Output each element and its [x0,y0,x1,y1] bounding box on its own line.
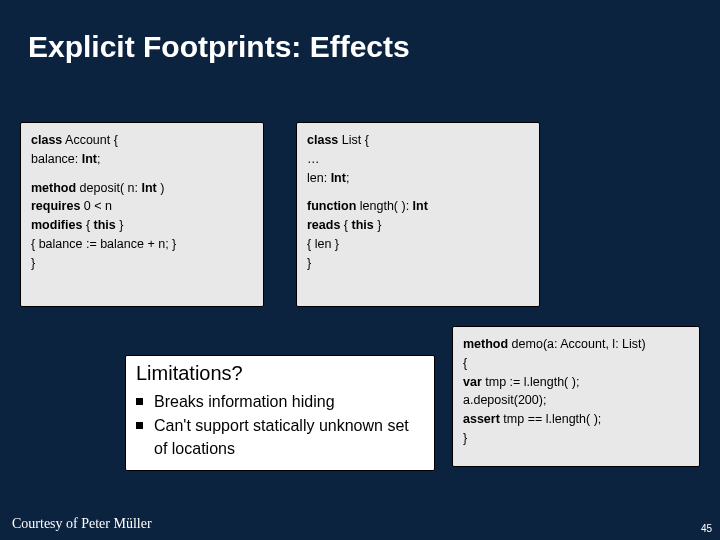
slide-title: Explicit Footprints: Effects [28,30,410,64]
slide-number: 45 [701,523,712,534]
code-line: a.deposit(200); [463,391,689,410]
code-line: } [31,254,253,273]
code-line: … [307,150,529,169]
code-line: len: Int; [307,169,529,188]
code-line: { [463,354,689,373]
code-box-demo: method demo(a: Account, l: List) { var t… [452,326,700,467]
code-line: { balance := balance + n; } [31,235,253,254]
code-line: assert tmp == l.length( ); [463,410,689,429]
limitations-box: Limitations? Breaks information hiding C… [125,355,435,471]
limitations-list: Breaks information hiding Can't support … [136,391,424,460]
code-line: class List { [307,131,529,150]
code-line: function length( ): Int [307,197,529,216]
code-box-list: class List { … len: Int; function length… [296,122,540,307]
code-line: } [463,429,689,448]
code-line: class Account { [31,131,253,150]
code-line: { len } [307,235,529,254]
list-item: Can't support statically unknown set of … [136,415,424,460]
code-line: var tmp := l.length( ); [463,373,689,392]
code-line: method demo(a: Account, l: List) [463,335,689,354]
footer-attribution: Courtesy of Peter Müller [12,516,152,532]
code-line: } [307,254,529,273]
code-line: balance: Int; [31,150,253,169]
code-line: modifies { this } [31,216,253,235]
code-line: requires 0 < n [31,197,253,216]
list-item: Breaks information hiding [136,391,424,413]
code-line: method deposit( n: Int ) [31,179,253,198]
code-line: reads { this } [307,216,529,235]
limitations-title: Limitations? [136,362,424,385]
code-box-account: class Account { balance: Int; method dep… [20,122,264,307]
